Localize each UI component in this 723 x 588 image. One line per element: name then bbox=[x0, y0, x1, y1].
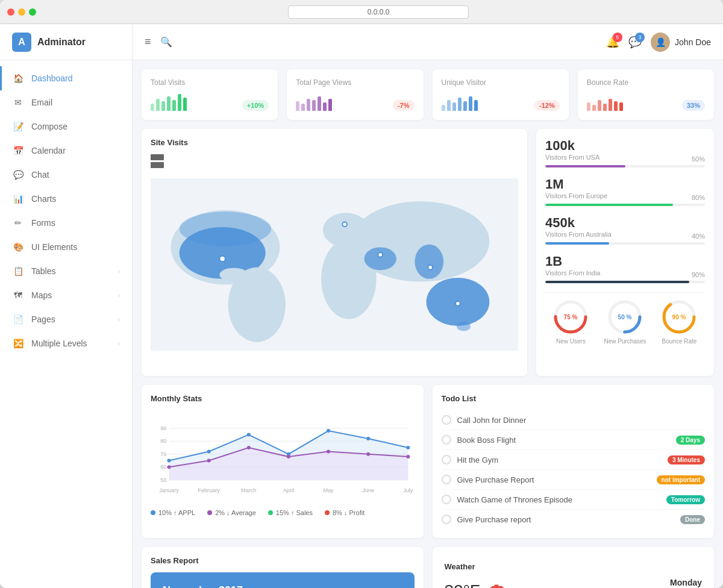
sidebar-item-ui-elements[interactable]: 🎨 UI Elements bbox=[0, 235, 132, 259]
sales-banner: November 2017 Sales Report $6,000 bbox=[151, 572, 415, 588]
sidebar: A Adminator 🏠 Dashboard ✉ Email 📝 Compos… bbox=[0, 24, 133, 588]
todo-checkbox[interactable] bbox=[442, 495, 451, 504]
map-card: Site Visits bbox=[142, 129, 527, 376]
todo-checkbox[interactable] bbox=[442, 455, 451, 464]
svg-point-9 bbox=[415, 245, 443, 279]
map-toggle-btn-1[interactable] bbox=[151, 154, 164, 160]
svg-point-14 bbox=[342, 222, 347, 227]
legend-item: 2% ↓ Average bbox=[207, 509, 256, 516]
svg-point-46 bbox=[247, 433, 251, 436]
stat-card-2: Unique Visitor -12% bbox=[433, 69, 569, 120]
legend-label: 8% ↓ Profit bbox=[333, 509, 365, 516]
mini-bar bbox=[458, 98, 462, 111]
address-bar bbox=[41, 5, 716, 19]
map-container bbox=[151, 174, 518, 367]
legend-label: 2% ↓ Average bbox=[215, 509, 256, 516]
svg-text:80: 80 bbox=[160, 438, 166, 444]
sidebar-item-dashboard[interactable]: 🏠 Dashboard bbox=[0, 66, 132, 90]
todo-checkbox[interactable] bbox=[442, 514, 451, 524]
ui-elements-icon: 🎨 bbox=[12, 241, 24, 253]
todo-checkbox[interactable] bbox=[442, 475, 451, 484]
weather-temp: 32°F bbox=[445, 581, 480, 589]
sidebar-item-calendar[interactable]: 📅 Calendar bbox=[0, 139, 132, 163]
multiple-levels-icon: 🔀 bbox=[12, 337, 24, 349]
notification-msg-button[interactable]: 💬 3 bbox=[628, 36, 642, 49]
svg-point-45 bbox=[207, 449, 211, 453]
donuts-row: 75 % New Users 50 % New Purchases 90 % B… bbox=[545, 292, 705, 345]
sidebar-item-compose[interactable]: 📝 Compose bbox=[0, 114, 132, 139]
progress-bar-bg bbox=[545, 165, 705, 167]
mini-bars bbox=[587, 93, 623, 111]
stat-card-1: Total Page Views -7% bbox=[287, 69, 423, 120]
legend-dot bbox=[151, 510, 155, 515]
todo-text: Call John for Dinner bbox=[457, 416, 706, 425]
mini-bar bbox=[161, 101, 165, 111]
progress-row: Visitors From USA 50% bbox=[545, 154, 705, 164]
sidebar-item-tables[interactable]: 📋 Tables › bbox=[0, 259, 132, 283]
svg-text:70: 70 bbox=[160, 451, 166, 457]
sidebar-item-maps[interactable]: 🗺 Maps › bbox=[0, 283, 132, 307]
sidebar-item-pages[interactable]: 📄 Pages › bbox=[0, 307, 132, 331]
weather-icon: 🌧 bbox=[486, 578, 508, 589]
sidebar-nav: 🏠 Dashboard ✉ Email 📝 Compose 📅 Calendar… bbox=[0, 60, 132, 361]
todo-tag: not important bbox=[657, 475, 705, 484]
sidebar-item-label: Compose bbox=[31, 122, 67, 131]
todo-checkbox[interactable] bbox=[442, 435, 451, 445]
main-content: ≡ 🔍 🔔 5 💬 3 👤 John Doe bbox=[133, 24, 723, 588]
donut-chart: 50 % bbox=[607, 299, 643, 335]
mini-bar bbox=[474, 100, 478, 111]
sidebar-item-label: Charts bbox=[31, 194, 56, 204]
todo-tag: 2 Days bbox=[676, 436, 705, 445]
stats-panel: 100k Visitors From USA 50% 1M Visitors F… bbox=[536, 129, 714, 376]
close-button[interactable] bbox=[7, 8, 14, 16]
list-item: Give Purchase report Done bbox=[442, 510, 706, 529]
legend-item: 8% ↓ Profit bbox=[325, 509, 365, 516]
list-item: Give Purchase Report not important bbox=[442, 470, 706, 490]
map-toggle-btn-2[interactable] bbox=[151, 162, 164, 168]
todo-text: Hit the Gym bbox=[457, 455, 662, 464]
hamburger-icon[interactable]: ≡ bbox=[145, 36, 151, 48]
sidebar-item-label: Forms bbox=[31, 218, 55, 228]
stat-badge: +10% bbox=[242, 100, 269, 111]
svg-text:April: April bbox=[283, 487, 294, 493]
stat-card-0: Total Visits +10% bbox=[142, 69, 278, 120]
search-icon[interactable]: 🔍 bbox=[160, 36, 172, 48]
mini-bars bbox=[151, 93, 187, 111]
mini-bar bbox=[323, 102, 327, 111]
visitor-amount: 450k bbox=[545, 215, 705, 231]
notification-bell-button[interactable]: 🔔 5 bbox=[606, 36, 619, 49]
legend-label: 15% ↑ Sales bbox=[276, 509, 313, 516]
mini-bars bbox=[442, 93, 478, 111]
sidebar-item-multiple-levels[interactable]: 🔀 Multiple Levels › bbox=[0, 331, 132, 355]
svg-point-3 bbox=[180, 211, 272, 246]
svg-point-51 bbox=[167, 465, 171, 469]
stat-badge: -7% bbox=[393, 100, 415, 111]
todo-card: Todo List Call John for Dinner Book Boss… bbox=[433, 385, 715, 538]
url-input[interactable] bbox=[288, 5, 469, 19]
svg-point-57 bbox=[406, 455, 410, 458]
minimize-button[interactable] bbox=[18, 8, 25, 16]
mini-bar bbox=[151, 104, 154, 111]
user-info[interactable]: 👤 John Doe bbox=[651, 33, 711, 52]
mini-bar bbox=[603, 104, 607, 111]
visitor-amount: 100k bbox=[545, 138, 705, 154]
stat-card-3: Bounce Rate 33% bbox=[578, 69, 714, 120]
svg-text:60: 60 bbox=[160, 464, 166, 470]
mini-bar bbox=[452, 102, 456, 111]
visitor-stat-1: 1M Visitors From Europe 80% bbox=[545, 177, 705, 206]
mini-bar bbox=[318, 96, 321, 111]
donut-item-1: 50 % New Purchases bbox=[604, 299, 646, 345]
sidebar-item-label: Pages bbox=[31, 314, 55, 324]
list-item: Book Boss Flight 2 Days bbox=[442, 430, 706, 450]
monthly-stats-chart: 5060708090JanuaryFebruaryMarchAprilMayJu… bbox=[151, 410, 415, 501]
todo-checkbox[interactable] bbox=[442, 415, 451, 425]
sidebar-item-forms[interactable]: ✏ Forms bbox=[0, 211, 132, 235]
maximize-button[interactable] bbox=[29, 8, 36, 16]
sidebar-item-email[interactable]: ✉ Email bbox=[0, 90, 132, 114]
sidebar-item-charts[interactable]: 📊 Charts bbox=[0, 187, 132, 211]
mini-bar bbox=[178, 94, 181, 111]
sidebar-item-chat[interactable]: 💬 Chat bbox=[0, 163, 132, 187]
svg-point-52 bbox=[207, 458, 211, 462]
dashboard: Total Visits +10% Total Page Views -7% U… bbox=[133, 60, 723, 588]
visitor-stat-0: 100k Visitors From USA 50% bbox=[545, 138, 705, 167]
